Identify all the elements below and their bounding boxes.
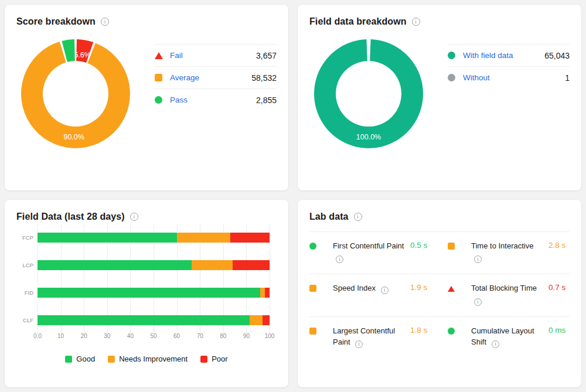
score-breakdown-header: Score breakdown xyxy=(16,14,277,29)
info-icon[interactable] xyxy=(381,287,389,294)
lab-metric-value: 0 ms xyxy=(548,325,570,335)
legend-icon-cell xyxy=(155,74,170,81)
lab-metric-cumulative-layout-shift: Cumulative Layout Shift 0 ms xyxy=(440,316,570,359)
x-tick: 40 xyxy=(127,333,134,339)
donut-svg: 5.6%90.0% xyxy=(20,38,131,149)
lab-icon-cell xyxy=(309,282,333,294)
legend-value-average: 58,532 xyxy=(251,73,277,83)
bar-segment-needs-improvement[interactable] xyxy=(250,315,263,325)
bar-category-label: FID xyxy=(16,289,33,296)
bar-legend-item-poor[interactable]: Poor xyxy=(200,354,227,363)
x-tick: 30 xyxy=(104,333,110,339)
donut-percent-label: 5.6% xyxy=(74,51,91,59)
field-breakdown-body: 100.0% With field data65,043Without1 xyxy=(309,29,570,149)
bar-segment-good[interactable] xyxy=(38,288,260,298)
lab-metric-label: Speed Index xyxy=(333,282,410,294)
circle-icon xyxy=(155,96,162,104)
lab-metric-value: 2.8 s xyxy=(548,240,570,250)
legend-row-with-field-data: With field data65,043 xyxy=(448,44,570,66)
x-tick: 60 xyxy=(173,333,180,339)
bar-row-fcp: FCP xyxy=(38,233,270,243)
bar-segment-needs-improvement[interactable] xyxy=(260,288,265,298)
bar-segment-poor[interactable] xyxy=(230,233,270,243)
lab-metric-label: Largest Contentful Paint xyxy=(333,325,410,348)
info-icon[interactable] xyxy=(412,18,420,26)
card-title: Score breakdown xyxy=(16,16,96,27)
bar-segment-poor[interactable] xyxy=(263,315,270,325)
lab-metric-label: Total Blocking Time xyxy=(471,282,548,305)
legend-value-pass: 2,855 xyxy=(256,96,277,105)
square-icon xyxy=(309,328,316,335)
legend-row-average: Average58,532 xyxy=(155,66,277,88)
donut-percent-label: 90.0% xyxy=(63,133,84,141)
x-tick: 50 xyxy=(150,333,156,339)
square-icon xyxy=(200,356,207,363)
info-icon[interactable] xyxy=(354,213,362,221)
info-icon[interactable] xyxy=(355,340,363,348)
donut-segment-with-field-data[interactable] xyxy=(314,39,423,148)
bar-category-label: FCP xyxy=(16,234,33,241)
bar-category-label: CLF xyxy=(16,317,33,323)
square-icon xyxy=(65,356,72,363)
field-donut-chart: 100.0% xyxy=(309,29,442,149)
circle-icon xyxy=(448,52,455,59)
lab-metric-time-to-interactive: Time to Interactive 2.8 s xyxy=(440,231,570,274)
bar-xaxis: 0.0102030405060708090100 xyxy=(38,333,270,341)
legend-label-with-field-data[interactable]: With field data xyxy=(463,51,544,60)
info-icon[interactable] xyxy=(474,298,482,306)
info-icon[interactable] xyxy=(474,255,482,263)
field-data-breakdown-card: Field data breakdown 100.0% With field d… xyxy=(298,5,581,190)
bar-legend-label: Good xyxy=(76,354,95,363)
field-legend: With field data65,043Without1 xyxy=(448,44,570,149)
legend-label-average[interactable]: Average xyxy=(170,73,251,82)
legend-label-fail[interactable]: Fail xyxy=(170,51,256,60)
legend-value-with-field-data: 65,043 xyxy=(544,51,570,60)
bar-category-label: LCP xyxy=(16,262,33,268)
info-icon[interactable] xyxy=(492,340,499,348)
bar-segment-needs-improvement[interactable] xyxy=(177,233,230,243)
x-tick: 100 xyxy=(265,333,275,339)
bar-row-clf: CLF xyxy=(38,315,270,325)
bar-legend-item-needs-improvement[interactable]: Needs Improvement xyxy=(108,354,188,363)
dashboard: Score breakdown 5.6%90.0% Fail3,657Avera… xyxy=(0,0,586,392)
x-tick: 80 xyxy=(220,333,226,339)
info-icon[interactable] xyxy=(130,213,138,221)
legend-icon-cell xyxy=(448,74,463,81)
donut-svg: 100.0% xyxy=(313,38,424,149)
lab-metric-value: 1.9 s xyxy=(410,282,440,292)
bar-segment-poor[interactable] xyxy=(233,260,270,270)
legend-label-without[interactable]: Without xyxy=(463,73,565,82)
x-tick: 70 xyxy=(197,333,203,339)
card-title: Field data breakdown xyxy=(309,16,407,27)
info-icon[interactable] xyxy=(336,255,343,263)
bar-legend-item-good[interactable]: Good xyxy=(65,354,95,363)
x-tick: 90 xyxy=(243,333,250,339)
bar-rows: FCPLCPFIDCLF xyxy=(38,233,270,325)
x-tick: 0.0 xyxy=(33,333,42,339)
bar-chart: FCPLCPFIDCLF 0.0102030405060708090100 xyxy=(38,233,270,341)
circle-icon xyxy=(309,243,316,250)
lab-metric-total-blocking-time: Total Blocking Time 0.7 s xyxy=(440,274,570,316)
field-breakdown-header: Field data breakdown xyxy=(309,14,570,29)
bar-segment-good[interactable] xyxy=(38,233,177,243)
score-donut-chart: 5.6%90.0% xyxy=(16,29,149,149)
bar-track-lcp xyxy=(38,260,270,270)
lab-data-card: Lab data First Contentful Paint 0.5 sTim… xyxy=(298,200,581,387)
bar-legend-label: Poor xyxy=(212,354,227,363)
bar-segment-needs-improvement[interactable] xyxy=(192,260,232,270)
bar-track-clf xyxy=(38,315,270,325)
bar-segment-good[interactable] xyxy=(38,315,250,325)
card-title: Field Data (last 28 days) xyxy=(16,212,125,222)
triangle-icon xyxy=(448,286,455,292)
lab-metric-label: Cumulative Layout Shift xyxy=(471,325,548,348)
score-breakdown-card: Score breakdown 5.6%90.0% Fail3,657Avera… xyxy=(5,5,288,190)
legend-row-pass: Pass2,855 xyxy=(155,88,277,111)
bar-track-fid xyxy=(38,288,270,298)
bar-segment-poor[interactable] xyxy=(265,288,270,298)
info-icon[interactable] xyxy=(101,18,109,26)
bar-row-fid: FID xyxy=(38,288,270,298)
legend-label-pass[interactable]: Pass xyxy=(170,96,256,104)
bar-legend: GoodNeeds ImprovementPoor xyxy=(16,354,277,363)
bar-segment-good[interactable] xyxy=(38,260,192,270)
lab-data-header: Lab data xyxy=(309,209,570,224)
